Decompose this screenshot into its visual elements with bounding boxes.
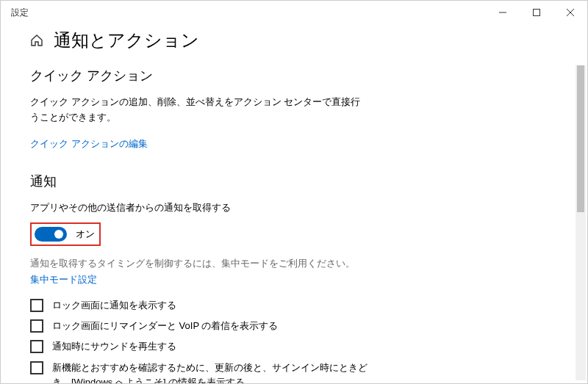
notification-option: 通知時にサウンドを再生する [30, 339, 376, 354]
scrollbar[interactable] [576, 65, 586, 380]
titlebar-controls [486, 1, 587, 24]
quick-actions-description: クイック アクションの追加、削除、並べ替えをアクション センターで直接行うことが… [30, 95, 368, 126]
checkbox[interactable] [30, 340, 43, 353]
notifications-heading: 通知 [30, 173, 545, 190]
scroll-area: 通知とアクション クイック アクション クイック アクションの追加、削除、並べ替… [1, 24, 574, 383]
checkbox-label: ロック画面に通知を表示する [52, 298, 176, 313]
notification-options-list: ロック画面に通知を表示する ロック画面にリマインダーと VoIP の着信を表示す… [30, 298, 376, 383]
checkbox-label: 新機能とおすすめを確認するために、更新の後と、サインイン時にときどき、[Wind… [52, 361, 376, 383]
page-title-row: 通知とアクション [30, 29, 545, 52]
maximize-button[interactable] [520, 1, 553, 24]
page-title: 通知とアクション [54, 29, 199, 52]
checkbox[interactable] [30, 299, 43, 312]
checkbox[interactable] [30, 361, 43, 374]
checkbox-label: 通知時にサウンドを再生する [52, 339, 176, 354]
notification-option: ロック画面にリマインダーと VoIP の着信を表示する [30, 319, 376, 333]
toggle-knob-icon [54, 230, 63, 239]
close-button[interactable] [553, 1, 587, 24]
content-area: 通知とアクション クイック アクション クイック アクションの追加、削除、並べ替… [1, 24, 587, 383]
notification-option: ロック画面に通知を表示する [30, 298, 376, 313]
svg-rect-0 [534, 10, 540, 16]
notification-option: 新機能とおすすめを確認するために、更新の後と、サインイン時にときどき、[Wind… [30, 361, 376, 383]
settings-window: 設定 通知とアクション クイック アクション クイック アクションの追加、削除、… [0, 0, 588, 384]
edit-quick-actions-link[interactable]: クイック アクションの編集 [30, 137, 148, 151]
focus-mode-hint: 通知を取得するタイミングを制御するには、集中モードをご利用ください。 [30, 256, 545, 272]
notifications-toggle[interactable] [35, 227, 67, 242]
checkbox[interactable] [30, 319, 43, 333]
focus-mode-link[interactable]: 集中モード設定 [30, 273, 97, 286]
quick-actions-heading: クイック アクション [30, 67, 545, 84]
checkbox-label: ロック画面にリマインダーと VoIP の着信を表示する [52, 319, 278, 333]
toggle-state-label: オン [76, 228, 95, 241]
minimize-button[interactable] [486, 1, 520, 24]
home-icon[interactable] [30, 34, 43, 47]
scrollbar-thumb[interactable] [577, 65, 584, 212]
titlebar: 設定 [1, 1, 587, 24]
get-notifications-label: アプリやその他の送信者からの通知を取得する [30, 200, 368, 216]
notifications-toggle-row: オン [30, 222, 101, 246]
window-title: 設定 [11, 7, 486, 19]
